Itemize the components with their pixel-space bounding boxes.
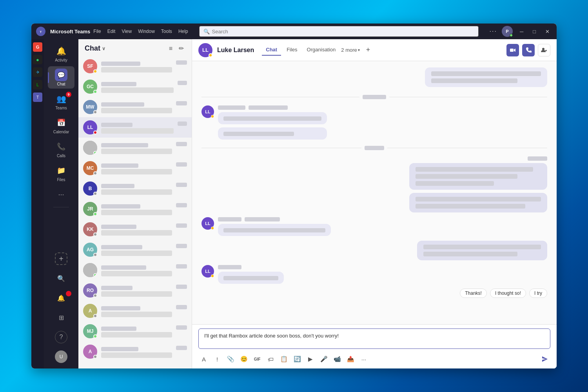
suggested-reply-thought-so[interactable]: I thought so! xyxy=(490,289,526,298)
list-item[interactable]: LL xyxy=(78,117,192,138)
video-tool[interactable]: 📹 xyxy=(332,354,343,365)
sidebar-item-files[interactable]: 📁 Files xyxy=(48,162,74,184)
add-people-button[interactable] xyxy=(538,44,550,56)
sidebar-item-notifications[interactable]: 🔔 xyxy=(48,289,74,307)
message-bubble-2 xyxy=(218,127,327,140)
more-icon: ··· xyxy=(55,188,67,201)
list-item[interactable]: MJ xyxy=(78,321,192,341)
compose-area: I'll get that Rambox article done soon b… xyxy=(192,324,557,368)
calendar-icon: 📅 xyxy=(55,116,67,129)
more-options-button[interactable]: ··· xyxy=(490,28,497,35)
tab-files[interactable]: Files xyxy=(283,44,301,56)
msg-row: LL xyxy=(201,105,547,140)
maximize-button[interactable]: □ xyxy=(530,29,538,34)
audio-call-button[interactable] xyxy=(522,44,535,56)
list-item[interactable]: A xyxy=(78,341,192,362)
list-item[interactable]: GC xyxy=(78,76,192,97)
whatsapp-icon[interactable]: ● xyxy=(33,55,42,64)
important-tool[interactable]: ! xyxy=(212,354,223,365)
list-item[interactable]: JR xyxy=(78,199,192,219)
list-item[interactable] xyxy=(78,260,192,280)
list-item[interactable]: MC xyxy=(78,158,192,178)
external-apps-sidebar: G ● ✈ L T xyxy=(31,39,44,368)
search-input[interactable] xyxy=(212,29,474,34)
activity-icon: 🔔 xyxy=(55,45,67,57)
avatar: SF xyxy=(83,59,97,73)
suggested-reply-thanks[interactable]: Thanks! xyxy=(460,289,487,298)
list-item[interactable]: SF xyxy=(78,56,192,76)
gif-tool[interactable]: GIF xyxy=(252,354,263,365)
tab-organisation[interactable]: Organisation xyxy=(303,44,340,56)
compose-button[interactable]: ✏ xyxy=(177,44,185,53)
search-bar[interactable]: 🔍 xyxy=(199,26,479,37)
user-avatar-sidebar[interactable]: U xyxy=(48,348,74,365)
active-indicator xyxy=(48,72,49,83)
sticker-tool[interactable]: 🏷 xyxy=(265,354,276,365)
menu-file[interactable]: File xyxy=(93,29,101,34)
suggested-replies: Thanks! I thought so! I try xyxy=(201,289,547,298)
status-indicator xyxy=(93,294,97,298)
messages-area: LL xyxy=(192,61,557,324)
menu-view[interactable]: View xyxy=(122,29,132,34)
list-item[interactable]: B xyxy=(78,178,192,199)
sidebar-item-search[interactable]: 🔍 xyxy=(48,270,74,288)
menu-help[interactable]: Help xyxy=(178,29,188,34)
tab-more[interactable]: 2 more ▾ xyxy=(341,44,359,56)
loop-tool[interactable]: 🔄 xyxy=(292,354,303,365)
sidebar-item-apps[interactable]: ⊞ xyxy=(48,309,74,327)
schedule-tool[interactable]: 📋 xyxy=(278,354,289,365)
audio-tool[interactable]: 🎤 xyxy=(318,354,329,365)
send-later-tool[interactable]: ▶ xyxy=(305,354,316,365)
sidebar-item-chat[interactable]: 💬 Chat xyxy=(48,66,74,89)
msg-row-own-1 xyxy=(201,156,547,212)
sidebar-item-teams[interactable]: 👥 Teams 9 xyxy=(48,90,74,113)
message-preview xyxy=(101,87,174,93)
contact-name xyxy=(101,305,172,311)
telegram-icon[interactable]: ✈ xyxy=(33,67,42,77)
sidebar-item-add[interactable]: + xyxy=(48,250,74,268)
video-call-button[interactable] xyxy=(506,44,519,56)
menu-window[interactable]: Window xyxy=(138,29,155,34)
teams-sidebar-icon[interactable]: T xyxy=(33,93,42,102)
filter-button[interactable]: ≡ xyxy=(167,44,174,53)
teams-label: Teams xyxy=(55,106,67,110)
list-item[interactable]: MW xyxy=(78,97,192,117)
share-tool[interactable]: 📤 xyxy=(345,354,356,365)
minimize-button[interactable]: ─ xyxy=(517,29,526,34)
calls-label: Calls xyxy=(57,154,65,158)
close-button[interactable]: ✕ xyxy=(543,29,552,34)
profile-avatar[interactable]: P xyxy=(502,26,513,37)
chat-main-area: LL Luke Larsen Chat Files Organisation 2… xyxy=(192,39,557,368)
menu-tools[interactable]: Tools xyxy=(161,29,172,34)
tab-chat[interactable]: Chat xyxy=(262,44,281,56)
list-item[interactable]: KK xyxy=(78,219,192,240)
add-tab-button[interactable]: + xyxy=(366,46,370,54)
status-dot-3 xyxy=(211,274,214,278)
message-preview xyxy=(101,169,172,174)
sidebar-item-calls[interactable]: 📞 Calls xyxy=(48,138,74,160)
send-button[interactable] xyxy=(539,354,550,365)
teams-badge: 9 xyxy=(66,92,71,97)
more-tools[interactable]: ··· xyxy=(358,354,369,365)
message-preview xyxy=(101,352,172,358)
list-item[interactable] xyxy=(78,138,192,158)
chat-title-chevron[interactable]: ∨ xyxy=(102,46,105,51)
line-icon[interactable]: L xyxy=(33,80,42,89)
compose-input[interactable]: I'll get that Rambox article done soon b… xyxy=(198,328,550,349)
sidebar-item-calendar[interactable]: 📅 Calendar xyxy=(48,114,74,136)
avatar: B xyxy=(83,181,97,196)
sidebar-item-help[interactable]: ? xyxy=(48,328,74,347)
format-text-tool[interactable]: A xyxy=(198,354,209,365)
emoji-tool[interactable]: 😊 xyxy=(238,354,249,365)
suggested-reply-i-try[interactable]: I try xyxy=(529,289,547,298)
sidebar-item-activity[interactable]: 🔔 Activity xyxy=(48,42,74,65)
contact-name xyxy=(101,122,174,127)
gmail-icon[interactable]: G xyxy=(33,42,42,52)
sidebar-more-button[interactable]: ··· xyxy=(48,186,74,204)
menu-edit[interactable]: Edit xyxy=(107,29,116,34)
list-item[interactable]: A xyxy=(78,301,192,321)
list-item[interactable]: RO xyxy=(78,280,192,301)
list-item[interactable]: AG xyxy=(78,240,192,260)
attach-tool[interactable]: 📎 xyxy=(225,354,236,365)
message-preview xyxy=(101,67,172,73)
